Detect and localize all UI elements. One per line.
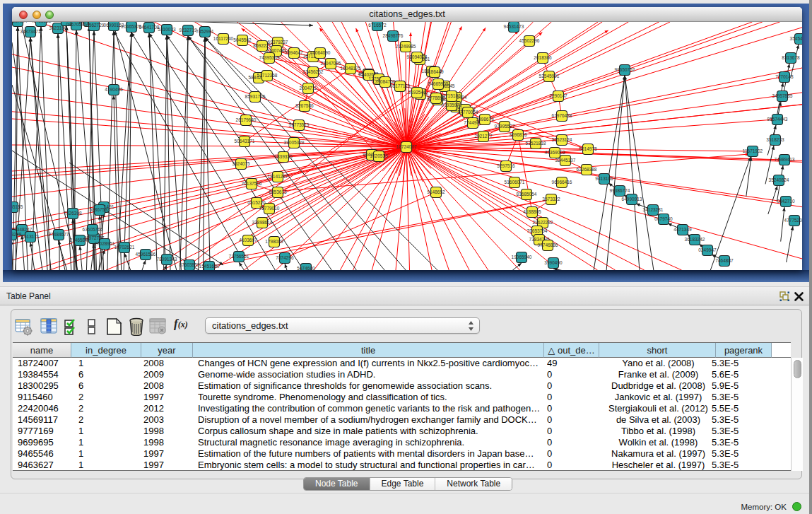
svg-text:8613171: 8613171: [21, 234, 40, 239]
svg-text:0515220: 0515220: [247, 200, 266, 205]
svg-text:1839335: 1839335: [274, 154, 293, 159]
svg-text:97746886: 97746886: [538, 243, 558, 247]
svg-text:69379237: 69379237: [268, 40, 288, 45]
svg-text:34873471: 34873471: [20, 29, 41, 34]
svg-text:5045562: 5045562: [233, 37, 252, 42]
svg-text:3924075: 3924075: [232, 161, 250, 166]
svg-text:3518233: 3518233: [766, 137, 784, 142]
svg-text:71093248: 71093248: [12, 232, 22, 237]
svg-text:35454948: 35454948: [790, 36, 802, 41]
svg-text:3696816: 3696816: [509, 132, 527, 137]
svg-text:43455812: 43455812: [31, 22, 52, 23]
svg-text:96966416: 96966416: [552, 180, 572, 185]
svg-text:36183242: 36183242: [685, 237, 705, 242]
svg-text:1798089: 1798089: [265, 239, 283, 244]
svg-text:18724007: 18724007: [396, 144, 417, 149]
svg-text:0249947: 0249947: [698, 247, 717, 252]
svg-text:45961586: 45961586: [136, 252, 156, 257]
svg-text:54665905: 54665905: [428, 81, 449, 86]
svg-text:53773515: 53773515: [289, 122, 310, 127]
svg-text:99650752: 99650752: [615, 67, 635, 72]
svg-text:45502296: 45502296: [519, 38, 540, 43]
svg-text:26137506: 26137506: [242, 181, 262, 186]
svg-text:5192546: 5192546: [408, 90, 426, 95]
svg-text:5186449: 5186449: [425, 69, 444, 74]
svg-text:35240824: 35240824: [769, 177, 789, 182]
svg-text:3778892: 3778892: [427, 95, 445, 100]
svg-text:21047095: 21047095: [321, 61, 341, 66]
svg-text:34957885: 34957885: [772, 93, 793, 98]
svg-text:6853615: 6853615: [269, 189, 287, 194]
svg-text:87603859: 87603859: [180, 262, 200, 267]
svg-text:3573322: 3573322: [542, 197, 560, 201]
svg-text:14770054: 14770054: [458, 110, 478, 115]
svg-text:98687277: 98687277: [12, 22, 28, 23]
svg-text:74395339: 74395339: [259, 55, 280, 60]
svg-text:5674680: 5674680: [297, 266, 315, 270]
svg-text:27484677: 27484677: [49, 232, 69, 237]
svg-text:66177115: 66177115: [390, 83, 411, 88]
svg-text:32898614: 32898614: [252, 220, 273, 225]
svg-text:98094024: 98094024: [407, 54, 428, 59]
svg-text:32445107: 32445107: [555, 158, 576, 163]
svg-text:7464887: 7464887: [715, 258, 734, 263]
svg-text:81685054: 81685054: [517, 192, 537, 197]
svg-text:4471349: 4471349: [673, 227, 692, 232]
svg-text:9232719: 9232719: [179, 28, 197, 33]
svg-text:0715182: 0715182: [442, 93, 461, 98]
svg-text:7770143: 7770143: [775, 74, 794, 79]
svg-text:2921277: 2921277: [474, 134, 493, 139]
svg-text:11671902: 11671902: [743, 148, 763, 153]
svg-text:9148652: 9148652: [427, 189, 445, 194]
svg-text:44064090: 44064090: [310, 50, 331, 55]
svg-text:51606071: 51606071: [505, 180, 525, 185]
svg-text:18702621: 18702621: [114, 245, 135, 250]
svg-text:8313678: 8313678: [782, 55, 800, 60]
svg-text:97995527: 97995527: [495, 124, 515, 129]
svg-text:85931746: 85931746: [245, 94, 266, 99]
svg-text:26179640: 26179640: [236, 117, 257, 122]
svg-text:7826398: 7826398: [64, 211, 82, 216]
svg-text:9413186: 9413186: [595, 176, 613, 181]
svg-text:63605766: 63605766: [83, 227, 103, 232]
svg-text:16048175: 16048175: [341, 66, 361, 71]
svg-text:51712368: 51712368: [257, 73, 278, 78]
svg-text:3990490: 3990490: [544, 260, 563, 265]
svg-text:39005329: 39005329: [284, 140, 305, 145]
svg-text:70653794: 70653794: [527, 228, 548, 233]
svg-text:2004711: 2004711: [300, 86, 317, 90]
svg-text:58867533: 58867533: [90, 207, 110, 212]
svg-text:4103697: 4103697: [239, 238, 257, 243]
svg-text:7452991: 7452991: [196, 29, 214, 34]
svg-text:19065940: 19065940: [512, 255, 532, 259]
svg-text:53521818: 53521818: [526, 141, 546, 146]
svg-text:21249985: 21249985: [396, 44, 416, 49]
svg-text:52545991: 52545991: [539, 74, 560, 78]
svg-text:72779010: 72779010: [259, 206, 280, 211]
svg-text:21456232: 21456232: [303, 69, 324, 74]
svg-text:0842710: 0842710: [777, 199, 795, 204]
svg-text:07935978: 07935978: [442, 103, 462, 107]
svg-text:78091343: 78091343: [157, 257, 177, 262]
svg-text:64990913: 64990913: [622, 197, 642, 201]
svg-text:99386774: 99386774: [610, 188, 630, 193]
svg-text:2290147: 2290147: [549, 93, 567, 98]
svg-text:64641708: 64641708: [139, 25, 160, 30]
svg-text:06562729: 06562729: [84, 23, 105, 28]
svg-text:29622292: 29622292: [533, 220, 553, 225]
svg-text:7874296: 7874296: [276, 255, 294, 260]
svg-text:8267586: 8267586: [295, 103, 314, 108]
svg-text:4188805: 4188805: [523, 209, 541, 214]
svg-text:5310033: 5310033: [158, 27, 176, 32]
svg-text:5614978: 5614978: [579, 146, 597, 151]
svg-text:2018366: 2018366: [534, 55, 552, 60]
svg-text:18141247: 18141247: [268, 174, 288, 179]
svg-text:7594647: 7594647: [285, 50, 303, 55]
svg-text:0679740: 0679740: [654, 216, 673, 221]
svg-text:1020539: 1020539: [370, 153, 388, 158]
svg-text:94531473: 94531473: [504, 24, 524, 29]
svg-text:28498776: 28498776: [383, 33, 404, 38]
svg-text:5297516: 5297516: [497, 163, 515, 168]
svg-text:15451680: 15451680: [199, 264, 220, 269]
svg-text:1998679: 1998679: [476, 117, 494, 122]
